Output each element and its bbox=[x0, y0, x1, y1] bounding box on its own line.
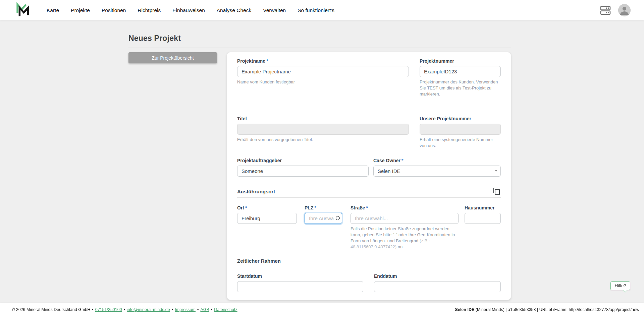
footer-link-agb[interactable]: AGB bbox=[200, 307, 209, 312]
footer-link-datenschutz[interactable]: Datenschutz bbox=[214, 307, 237, 312]
nav-richtpreis[interactable]: Richtpreis bbox=[138, 7, 161, 13]
strasse-field: Straße* Falls die Position keiner Straße… bbox=[351, 205, 459, 250]
loading-spinner-icon bbox=[335, 216, 340, 222]
chevron-down-icon bbox=[495, 170, 497, 172]
unsere-projektnummer-field: Unsere Projektnummer Erhält eine systemg… bbox=[420, 116, 501, 149]
unsere-projektnummer-input bbox=[420, 124, 501, 135]
strasse-helper: Falls die Position keiner Straße zugeord… bbox=[351, 226, 459, 250]
projektauftraggeber-input[interactable] bbox=[237, 166, 369, 177]
plz-label: PLZ bbox=[305, 205, 313, 210]
unsere-projektnummer-helper: Erhält eine systemgenerierte Nummer von … bbox=[420, 137, 501, 149]
required-marker: * bbox=[266, 58, 268, 64]
projektnummer-helper: Projektnummer des Kunden. Verwenden Sie … bbox=[420, 79, 501, 97]
required-marker: * bbox=[401, 158, 403, 163]
required-marker: * bbox=[314, 205, 316, 210]
startdatum-field: Startdatum bbox=[237, 273, 363, 292]
titel-input bbox=[237, 124, 409, 135]
startdatum-label: Startdatum bbox=[237, 273, 363, 279]
projektname-input[interactable] bbox=[237, 66, 409, 77]
session-info: Selen IDE (Mineral Minds) | a1b8e3553358… bbox=[455, 307, 639, 312]
app-header: Karte Projekte Positionen Richtpreis Ein… bbox=[0, 0, 644, 20]
required-marker: * bbox=[245, 205, 247, 210]
startdatum-input[interactable] bbox=[237, 281, 363, 292]
case-owner-label: Case Owner bbox=[373, 158, 400, 163]
ort-label: Ort bbox=[237, 205, 244, 210]
project-form-card: Projektname* Name vom Kunden festlegbar … bbox=[227, 52, 511, 300]
footer-link-impressum[interactable]: Impressum bbox=[175, 307, 196, 312]
nav-analyse-check[interactable]: Analyse Check bbox=[217, 7, 251, 13]
page-title: Neues Projekt bbox=[128, 34, 511, 43]
ausfuehrungsort-section-title: Ausführungsort bbox=[237, 189, 275, 194]
user-avatar-icon[interactable] bbox=[618, 4, 631, 16]
titel-field: Titel Erhält den von uns vorgegebenen Ti… bbox=[237, 116, 409, 143]
enddatum-field: Enddatum bbox=[374, 273, 501, 292]
section-divider bbox=[237, 266, 501, 266]
strasse-input[interactable] bbox=[351, 213, 459, 224]
logo-icon bbox=[15, 2, 30, 19]
projektnummer-label: Projektnummer bbox=[420, 58, 501, 64]
ort-field: Ort* bbox=[237, 205, 297, 224]
nav-positionen[interactable]: Positionen bbox=[102, 7, 126, 13]
mineral-minds-logo[interactable] bbox=[15, 2, 31, 19]
enddatum-label: Enddatum bbox=[374, 273, 501, 279]
projektname-field: Projektname* Name vom Kunden festlegbar bbox=[237, 58, 409, 85]
projektname-label: Projektname bbox=[237, 58, 265, 64]
footer-link-phone[interactable]: 07151/250100 bbox=[95, 307, 122, 312]
titel-helper: Erhält den von uns vorgegebenen Titel. bbox=[237, 137, 409, 143]
projektnummer-field: Projektnummer Projektnummer des Kunden. … bbox=[420, 58, 501, 97]
hausnummer-label: Hausnummer bbox=[465, 205, 501, 210]
nav-projekte[interactable]: Projekte bbox=[71, 7, 90, 13]
plz-field: PLZ* bbox=[305, 205, 342, 224]
section-divider bbox=[237, 197, 501, 198]
titel-label: Titel bbox=[237, 116, 409, 121]
projektauftraggeber-field: Projektauftraggeber bbox=[237, 158, 369, 177]
main-content: Neues Projekt Zur Projektübersicht Proje… bbox=[128, 20, 511, 316]
ort-input[interactable] bbox=[237, 213, 297, 224]
page-footer: © 2026 Mineral Minds Deutschland GmbH • … bbox=[0, 303, 644, 316]
title-divider bbox=[128, 48, 511, 48]
nav-so-funktionierts[interactable]: So funktioniert's bbox=[298, 7, 334, 13]
case-owner-field: Case Owner* bbox=[373, 158, 501, 177]
required-marker: * bbox=[366, 205, 368, 210]
hilfe-button[interactable]: Hilfe? bbox=[610, 281, 630, 290]
projektnummer-input[interactable] bbox=[420, 66, 501, 77]
hausnummer-field: Hausnummer bbox=[465, 205, 501, 224]
main-nav: Karte Projekte Positionen Richtpreis Ein… bbox=[47, 7, 334, 13]
nav-einbauweisen[interactable]: Einbauweisen bbox=[172, 7, 205, 13]
copyright-text: © 2026 Mineral Minds Deutschland GmbH bbox=[12, 307, 90, 312]
zur-projektuebersicht-button[interactable]: Zur Projektübersicht bbox=[128, 52, 217, 63]
hausnummer-input[interactable] bbox=[465, 213, 501, 224]
case-owner-select[interactable] bbox=[373, 166, 501, 177]
projektname-helper: Name vom Kunden festlegbar bbox=[237, 79, 409, 85]
nav-karte[interactable]: Karte bbox=[47, 7, 59, 13]
footer-link-email[interactable]: info@mineral-minds.de bbox=[127, 307, 170, 312]
projektauftraggeber-label: Projektauftraggeber bbox=[237, 158, 369, 163]
nav-verwalten[interactable]: Verwalten bbox=[263, 7, 286, 13]
copy-icon[interactable] bbox=[493, 187, 501, 195]
unsere-projektnummer-label: Unsere Projektnummer bbox=[420, 116, 501, 121]
zeitlicher-rahmen-section-title: Zeitlicher Rahmen bbox=[237, 258, 281, 264]
enddatum-input[interactable] bbox=[374, 281, 501, 292]
strasse-label: Straße bbox=[351, 205, 365, 210]
server-icon[interactable] bbox=[600, 5, 611, 15]
